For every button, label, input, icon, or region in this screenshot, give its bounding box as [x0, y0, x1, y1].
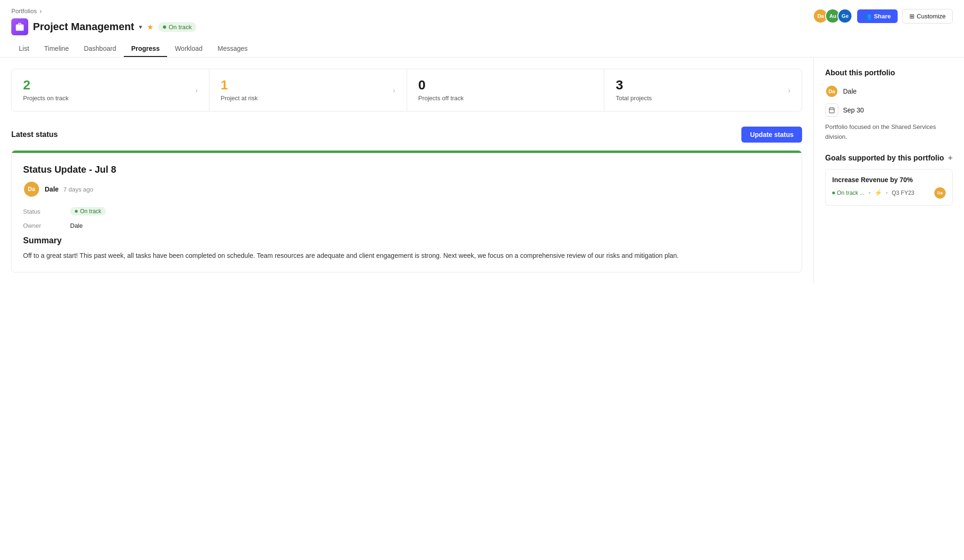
summary-text: Off to a great start! This past week, al… [23, 250, 790, 261]
stat-off-track-label: Projects off track [418, 95, 464, 102]
goal-card[interactable]: Increase Revenue by 70% On track ... • ⚡… [825, 169, 953, 206]
stat-at-risk-label: Project at risk [221, 95, 258, 102]
stat-on-track-label: Projects on track [23, 95, 69, 102]
latest-status-title: Latest status [11, 130, 58, 139]
status-label: On track [169, 24, 192, 31]
goal-status-dot [832, 192, 835, 194]
breadcrumb-sep: › [40, 8, 41, 15]
stat-at-risk-arrow[interactable]: › [393, 87, 395, 94]
update-status-button[interactable]: Update status [741, 127, 802, 143]
author-row: Da Dale 7 days ago [23, 181, 790, 198]
stat-on-track[interactable]: 2 Projects on track › [12, 69, 209, 111]
tab-progress[interactable]: Progress [124, 41, 168, 57]
portfolio-description: Portfolio focused on the Shared Services… [825, 122, 953, 142]
about-title: About this portfolio [825, 69, 953, 77]
stat-off-track-number: 0 [418, 79, 464, 92]
goals-header: Goals supported by this portfolio + [825, 153, 953, 163]
stat-at-risk[interactable]: 1 Project at risk › [209, 69, 407, 111]
sidebar: About this portfolio Da Dale Sep 30 Port… [813, 57, 964, 284]
owner-field-label: Owner [23, 222, 70, 229]
sidebar-date: Sep 30 [843, 106, 864, 114]
stat-off-track[interactable]: 0 Projects off track [407, 69, 605, 111]
share-button[interactable]: 👥 Share [857, 9, 897, 23]
portfolio-icon [11, 18, 28, 35]
customize-icon: ⊞ [909, 13, 915, 20]
goals-section: Goals supported by this portfolio + Incr… [825, 153, 953, 206]
sidebar-owner-field: Da Dale [825, 85, 953, 98]
goal-separator-2: • [886, 189, 888, 197]
stat-on-track-arrow[interactable]: › [195, 87, 198, 94]
goal-status-text: On track ... [837, 190, 865, 196]
author-name: Dale [45, 185, 59, 193]
share-icon: 👥 [864, 13, 871, 20]
stats-row: 2 Projects on track › 1 Project at risk … [11, 69, 802, 112]
avatar-ge[interactable]: Ge [837, 8, 852, 24]
nav-tabs: List Timeline Dashboard Progress Workloa… [11, 41, 953, 57]
tab-messages[interactable]: Messages [210, 41, 255, 57]
calendar-icon [825, 104, 838, 117]
title-dropdown-icon[interactable]: ▾ [139, 23, 142, 31]
goals-title: Goals supported by this portfolio [825, 154, 944, 162]
breadcrumb-portfolios[interactable]: Portfolios [11, 8, 37, 15]
tab-list[interactable]: List [11, 41, 37, 57]
status-field-label: Status [23, 208, 70, 215]
share-label: Share [874, 13, 891, 20]
status-update-title: Status Update - Jul 8 [23, 164, 790, 175]
favorite-icon[interactable]: ★ [147, 23, 153, 32]
status-field-row: Status On track [23, 207, 790, 216]
sidebar-date-field: Sep 30 [825, 104, 953, 117]
goal-status: On track ... [832, 190, 865, 196]
owner-value: Dale [70, 222, 83, 229]
stat-total-label: Total projects [616, 95, 652, 102]
goal-meta: On track ... • ⚡ • Q3 FY23 Da [832, 187, 946, 199]
stat-total-number: 3 [616, 79, 652, 92]
owner-field-row: Owner Dale [23, 222, 790, 229]
goal-bolt-icon: ⚡ [875, 189, 882, 196]
customize-label: Customize [917, 13, 946, 20]
goal-separator: • [868, 189, 871, 197]
author-avatar: Da [23, 181, 40, 198]
portfolio-title: Project Management [33, 21, 134, 33]
tab-dashboard[interactable]: Dashboard [76, 41, 124, 57]
stat-on-track-number: 2 [23, 79, 69, 92]
status-card: Status Update - Jul 8 Da Dale 7 days ago… [11, 150, 802, 272]
stat-at-risk-number: 1 [221, 79, 258, 92]
goal-avatar: Da [934, 187, 946, 199]
tab-timeline[interactable]: Timeline [37, 41, 76, 57]
goal-name: Increase Revenue by 70% [832, 176, 946, 184]
svg-rect-0 [829, 108, 835, 113]
sidebar-owner-avatar: Da [825, 85, 838, 98]
summary-title: Summary [23, 236, 790, 246]
stat-total[interactable]: 3 Total projects › [604, 69, 802, 111]
author-time: 7 days ago [64, 186, 94, 193]
status-dot [163, 25, 166, 29]
status-pill: On track [158, 22, 196, 32]
latest-status-header: Latest status Update status [11, 127, 802, 143]
tab-workload[interactable]: Workload [167, 41, 210, 57]
status-value-pill: On track [70, 207, 106, 216]
customize-button[interactable]: ⊞ Customize [902, 9, 953, 24]
header-controls: Da Au Ge 👥 Share ⊞ Customize [813, 8, 953, 24]
stat-total-arrow[interactable]: › [788, 87, 790, 94]
avatar-group: Da Au Ge [813, 8, 852, 24]
on-track-dot [75, 210, 78, 213]
goal-quarter: Q3 FY23 [892, 190, 915, 196]
status-value: On track [80, 208, 101, 215]
sidebar-owner-name: Dale [843, 88, 857, 95]
add-goal-button[interactable]: + [948, 153, 953, 163]
